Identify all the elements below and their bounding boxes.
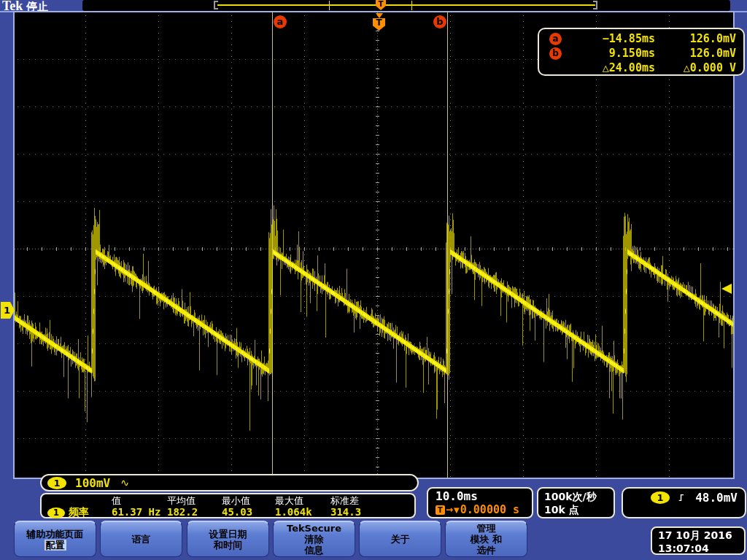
trigger-level-arrow[interactable]: [721, 284, 732, 294]
menu-button-teksecure[interactable]: TekSecure 清除 信息: [273, 521, 355, 557]
meas-max: 1.064k: [275, 506, 330, 518]
menu-label: 模块 和: [471, 534, 503, 545]
cursor-a-badge[interactable]: a: [274, 15, 287, 28]
graticule-waveform-canvas: [15, 12, 733, 478]
cursor-a-icon: a: [549, 33, 562, 45]
menu-button-utility-page[interactable]: 辅助功能页面 配置: [14, 521, 96, 557]
trigger-position-value: 0.00000 s: [460, 503, 519, 516]
menu-label: 管理: [477, 523, 496, 534]
trigger-level-value: 48.0mV: [695, 491, 738, 505]
measurement-header-row: 值 平均值 最小值 最大值 标准差: [47, 495, 414, 506]
timebase-scale: 10.0ms: [436, 490, 532, 503]
cursor-b-icon: b: [549, 47, 562, 60]
date-value: 17 10月 2016: [658, 529, 744, 542]
record-waveform-line: [217, 4, 595, 6]
oscilloscope-screen: Tek停止 T a b T 1 a −14.85ms 126.0mV b: [0, 0, 747, 560]
position-marker-icon: ▼: [454, 506, 460, 514]
record-length: 10k 点: [544, 503, 614, 516]
cursor-readout-box: a −14.85ms 126.0mV b 9.150ms 126.0mV △24…: [538, 28, 745, 76]
measurement-readout-box: 值 平均值 最小值 最大值 标准差 1 频率 61.37 Hz 182.2 45…: [40, 493, 416, 518]
time-value: 13:07:04: [658, 542, 744, 555]
menu-label: 选件: [477, 545, 496, 556]
trigger-position-arrow-icon: [376, 13, 383, 18]
menu-button-language[interactable]: 语言: [100, 521, 182, 557]
cursor-delta-voltage: △0.000 V: [655, 61, 736, 74]
channel1-badge: 1: [47, 477, 66, 489]
timebase-readout-box: 10.0ms T → ▼ 0.00000 s: [427, 487, 533, 518]
channel1-scale-readout: 1 100mV ∿: [40, 474, 419, 491]
menu-button-manage-modules[interactable]: 管理 模块 和 选件: [445, 521, 527, 557]
sample-rate: 100k次/秒: [544, 490, 614, 503]
menu-button-set-date-time[interactable]: 设置日期 和时间: [187, 521, 269, 557]
meas-value: 61.37 Hz: [112, 506, 167, 518]
menu-label-selected: 配置: [44, 540, 66, 551]
measurement-value-row: 1 频率 61.37 Hz 182.2 45.03 1.064k 314.3: [47, 506, 414, 519]
menu-label: 设置日期: [209, 529, 247, 540]
meas-header-mean: 平均值: [167, 495, 222, 506]
menu-label: 语言: [132, 534, 151, 545]
menu-label: 信息: [305, 545, 324, 556]
trigger-position-readout: T → ▼ 0.00000 s: [436, 503, 532, 516]
window-bracket-right[interactable]: [593, 1, 597, 9]
top-status-bar: Tek停止 T: [0, 0, 747, 11]
measurement-name-cell: 1 频率: [47, 506, 112, 519]
meas-min: 45.03: [222, 506, 275, 518]
menu-label: 和时间: [214, 540, 242, 551]
record-cursor-b[interactable]: [411, 1, 412, 10]
cursor-a-readout: a −14.85ms 126.0mV: [549, 31, 736, 46]
cursor-b-badge[interactable]: b: [433, 15, 446, 28]
menu-label: 清除: [305, 534, 324, 545]
measurement-name: 频率: [69, 506, 89, 519]
menu-button-about[interactable]: 关于: [359, 521, 441, 557]
channel1-scale: 100mV: [75, 476, 110, 490]
meas-header-max: 最大值: [275, 495, 330, 506]
meas-stddev: 314.3: [330, 506, 414, 518]
trigger-source-badge: 1: [651, 491, 670, 504]
meas-header-stddev: 标准差: [330, 495, 414, 506]
rising-edge-icon: [678, 492, 685, 503]
cursor-delta-time: △24.00ms: [569, 61, 655, 74]
arrow-right-icon: →: [446, 505, 453, 515]
spacer: [47, 495, 112, 506]
trigger-settings-row: 1 48.0mV: [630, 491, 738, 505]
record-trigger-marker[interactable]: T: [376, 0, 386, 10]
window-bracket-left[interactable]: [214, 1, 218, 9]
datetime-box: 17 10月 2016 13:07:04: [651, 526, 746, 555]
menu-label: TekSecure: [287, 523, 341, 534]
trigger-t-icon: T: [436, 505, 445, 515]
cursor-b-line[interactable]: [447, 12, 448, 478]
waveform-display: a b T: [13, 11, 735, 479]
cursor-a-time: −14.85ms: [569, 32, 655, 45]
meas-header-value: 值: [112, 495, 167, 506]
cursor-b-readout: b 9.150ms 126.0mV: [549, 46, 736, 61]
meas-header-min: 最小值: [222, 495, 275, 506]
record-view-bar[interactable]: T: [82, 0, 730, 11]
noise-coupling-icon: ∿: [120, 477, 129, 489]
cursor-b-voltage: 126.0mV: [655, 47, 736, 60]
cursor-b-time: 9.150ms: [569, 47, 655, 60]
trigger-readout-box: 1 48.0mV: [622, 487, 746, 518]
acquisition-readout-box: 100k次/秒 10k 点: [537, 487, 615, 518]
record-cursor-a[interactable]: [329, 1, 330, 10]
cursor-delta-readout: △24.00ms △0.000 V: [549, 61, 736, 75]
channel1-badge: 1: [47, 508, 65, 518]
cursor-a-voltage: 126.0mV: [655, 32, 736, 45]
menu-label: 辅助功能页面: [27, 529, 84, 540]
menu-label: 关于: [391, 534, 410, 545]
cursor-a-line[interactable]: [272, 12, 273, 478]
meas-mean: 182.2: [167, 506, 222, 518]
